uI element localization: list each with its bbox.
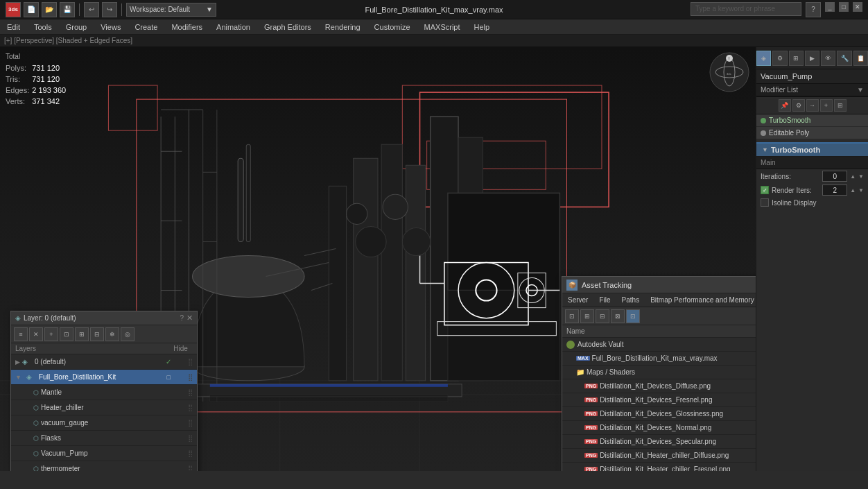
asset-row[interactable]: PNG Distillation_Kit_Devices_Glossiness.… (562, 407, 756, 421)
layer-help-btn[interactable]: ? (180, 314, 184, 322)
iterations-spinner-down[interactable]: ▼ (858, 173, 864, 180)
rp-tb-grid[interactable]: ⊞ (834, 99, 847, 112)
nav-gizmo[interactable]: T 3ds (709, 51, 750, 93)
close-btn[interactable]: ✕ (853, 2, 862, 12)
rp-icon-hierarchy[interactable]: ⊞ (789, 51, 804, 66)
rp-icon-display[interactable]: 👁 (821, 51, 835, 66)
asset-table-header: Name Status (562, 325, 756, 338)
app-logo[interactable]: 3ds (6, 2, 21, 17)
menu-tools[interactable]: Tools (27, 19, 59, 34)
iterations-input[interactable] (822, 171, 847, 182)
rp-icon-6[interactable]: 📋 (853, 51, 868, 66)
layer-tb-sel1[interactable]: ⊞ (75, 327, 89, 341)
viewport-info-bar[interactable]: [+] [Perspective] [Shaded + Edged Faces] (0, 35, 868, 47)
png-badge: PNG (584, 439, 598, 444)
layer-item[interactable]: ▶ ◈ 0 (default) ✓ ⣿ (11, 354, 197, 370)
asset-menu-file[interactable]: File (593, 293, 616, 307)
asset-row[interactable]: PNG Distillation_Kit_Devices_Specular.pn… (562, 435, 756, 449)
max-badge: MAX (576, 356, 590, 361)
layer-close-btn[interactable]: ✕ (186, 314, 193, 323)
layer-item[interactable]: ▼ ◈ Full_Bore_Distillation_Kit □ ⣿ (11, 370, 197, 385)
layer-tb-hide[interactable]: ◎ (121, 327, 134, 341)
layer-tb-add[interactable]: + (44, 327, 58, 341)
rp-tb-arrow[interactable]: → (806, 99, 819, 112)
layer-drag-handle: ⣿ (173, 388, 193, 396)
layer-item[interactable]: ⬡ thermometer ⣿ (11, 461, 197, 471)
menu-help[interactable]: Help (467, 19, 497, 34)
layer-vis-icon: ◈ (22, 358, 32, 366)
rp-icon-modify[interactable]: ⚙ (772, 51, 787, 66)
render-iters-spinner-down[interactable]: ▼ (858, 187, 864, 194)
iterations-spinner-up[interactable]: ▲ (850, 173, 856, 180)
menu-rendering[interactable]: Rendering (318, 19, 367, 34)
search-box[interactable]: Type a keyword or phrase (691, 2, 801, 16)
asset-menu-server[interactable]: Server (562, 293, 593, 307)
render-iters-input[interactable] (822, 185, 847, 196)
rollout-collapse-icon[interactable]: ▼ (762, 146, 768, 153)
save-file-btn[interactable]: 💾 (60, 2, 75, 17)
render-iters-checkbox[interactable]: ✓ (761, 186, 769, 194)
asset-row[interactable]: PNG Distillation_Kit_Devices_Fresnel.png… (562, 393, 756, 407)
maximize-btn[interactable]: □ (839, 2, 849, 12)
layer-tb-sel2[interactable]: ⊟ (90, 327, 104, 341)
isoline-checkbox[interactable] (761, 198, 769, 207)
menu-graph-editors[interactable]: Graph Editors (257, 19, 318, 34)
modifier-item-editable-poly[interactable]: Editable Poly (756, 127, 868, 139)
asset-row[interactable]: PNG Distillation_Kit_Heater_chiller_Diff… (562, 449, 756, 463)
asset-menu-bitmap[interactable]: Bitmap Performance and Memory (645, 293, 756, 307)
asset-row[interactable]: PNG Distillation_Kit_Devices_Diffuse.png… (562, 379, 756, 393)
new-file-btn[interactable]: 📄 (24, 2, 39, 17)
layer-item[interactable]: ⬡ vacuum_gauge ⣿ (11, 415, 197, 431)
menu-create[interactable]: Create (128, 19, 164, 34)
rp-icon-motion[interactable]: ▶ (805, 51, 819, 66)
rp-tb-settings[interactable]: ⚙ (792, 99, 805, 112)
modifier-item-turbosmooth[interactable]: TurboSmooth (756, 114, 868, 127)
main-area: Total Polys: 731 120 Tris: 731 120 Edges… (0, 47, 868, 471)
layer-item[interactable]: ⬡ Flasks ⣿ (11, 431, 197, 446)
layer-tb-layers[interactable]: ≡ (14, 327, 28, 341)
modifier-list-dropdown[interactable]: ▼ (857, 86, 864, 94)
rp-tb-add[interactable]: + (820, 99, 833, 112)
redo-btn[interactable]: ↪ (102, 2, 117, 17)
asset-tb-icon5[interactable]: ⊡ (626, 309, 640, 323)
layer-expand-icon: ▼ (15, 374, 22, 381)
workspace-selector[interactable]: Workspace: Default ▼ (126, 3, 216, 17)
rp-icon-utilities[interactable]: 🔧 (837, 51, 851, 66)
menu-customize[interactable]: Customize (367, 19, 417, 34)
layer-tb-select-all[interactable]: ⊡ (60, 327, 73, 341)
viewport[interactable]: Total Polys: 731 120 Tris: 731 120 Edges… (0, 47, 756, 471)
menu-modifiers[interactable]: Modifiers (164, 19, 209, 34)
menu-animation[interactable]: Animation (209, 19, 257, 34)
menu-group[interactable]: Group (59, 19, 94, 34)
asset-row-max[interactable]: MAX Full_Bore_Distillation_Kit_max_vray.… (562, 352, 756, 366)
asset-row[interactable]: PNG Distillation_Kit_Devices_Normal.png … (562, 421, 756, 435)
render-iters-spinner-up[interactable]: ▲ (850, 187, 856, 194)
layer-tb-freeze[interactable]: ❄ (105, 327, 119, 341)
open-file-btn[interactable]: 📂 (42, 2, 57, 17)
layer-obj-icon: ⬡ (33, 450, 39, 457)
asset-tb-icon1[interactable]: ⊡ (565, 309, 579, 323)
layer-item[interactable]: ⬡ Mantle ⣿ (11, 385, 197, 400)
minimize-btn[interactable]: _ (825, 2, 835, 12)
undo-btn[interactable]: ↩ (84, 2, 99, 17)
asset-tb-icon4[interactable]: ⊠ (611, 309, 625, 323)
help-btn[interactable]: ? (806, 2, 821, 17)
asset-tb-icon2[interactable]: ⊞ (580, 309, 594, 323)
menu-views[interactable]: Views (94, 19, 128, 34)
svg-rect-16 (406, 165, 425, 381)
layer-drag-handle: ⣿ (173, 434, 193, 442)
asset-row-vault[interactable]: Autodesk Vault Logged (562, 338, 756, 352)
asset-title-icon: 📦 (566, 280, 578, 291)
menu-edit[interactable]: Edit (0, 19, 27, 34)
rp-icon-create[interactable]: ◈ (756, 51, 771, 66)
layer-panel-title-left: ◈ Layer: 0 (default) (15, 314, 76, 322)
asset-tb-icon3[interactable]: ⊟ (596, 309, 609, 323)
layer-item[interactable]: ⬡ Heater_chiller ⣿ (11, 400, 197, 415)
menu-maxscript[interactable]: MAXScript (417, 19, 467, 34)
layer-tb-delete[interactable]: ✕ (29, 327, 43, 341)
rp-tb-pin[interactable]: 📌 (779, 99, 791, 112)
layer-item[interactable]: ⬡ Vacuum_Pump ⣿ (11, 446, 197, 461)
asset-menu-paths[interactable]: Paths (616, 293, 645, 307)
asset-row-maps-folder[interactable]: 📁 Maps / Shaders (562, 366, 756, 379)
asset-row[interactable]: PNG Distillation_Kit_Heater_chiller_Fres… (562, 463, 756, 471)
